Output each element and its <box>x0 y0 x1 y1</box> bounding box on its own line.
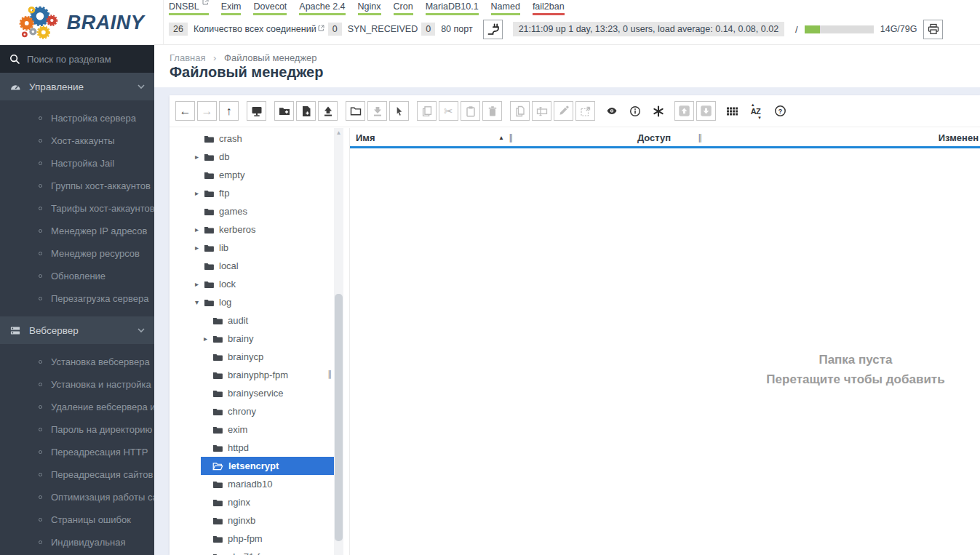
select-pointer-button[interactable] <box>389 101 409 121</box>
tree-item-db[interactable]: ▸db <box>170 148 334 166</box>
forward-button[interactable]: → <box>197 101 217 121</box>
back-button[interactable]: ← <box>175 101 195 121</box>
network-button[interactable] <box>247 101 266 121</box>
sidebar-item[interactable]: Менеджер ресурсов <box>0 242 154 265</box>
sidebar-item[interactable]: Пароль на директорию <box>0 418 154 441</box>
sidebar-item[interactable]: Настройка Jail <box>0 152 154 175</box>
sidebar-item[interactable]: Удаление вебсервера и PHP <box>0 396 154 418</box>
tree-item-kerberos[interactable]: ▸kerberos <box>170 220 334 239</box>
brand-logo[interactable]: BRAINY <box>0 0 164 45</box>
sidebar-item[interactable]: Настройка сервера <box>0 107 154 129</box>
info-button[interactable] <box>626 101 643 121</box>
tree-item-nginx[interactable]: nginx <box>170 493 334 511</box>
search-input[interactable] <box>27 54 136 65</box>
tree-item-brainyservice[interactable]: brainyservice <box>170 384 334 402</box>
column-resize-grip[interactable]: ∥ <box>509 132 513 143</box>
sidebar-section-webserver[interactable]: Вебсервер <box>0 316 154 344</box>
sidebar-item[interactable]: Хост-аккаунты <box>0 129 154 152</box>
connections-plug-button[interactable] <box>483 20 503 39</box>
download-button[interactable] <box>367 101 387 121</box>
tree-expand-arrow-icon[interactable]: ▸ <box>195 225 204 233</box>
sidebar-item[interactable]: Менеджер IP адресов <box>0 220 154 242</box>
grid-view-button[interactable] <box>724 101 741 121</box>
nav-link-fail2ban[interactable]: fail2ban <box>533 1 565 15</box>
sidebar-item[interactable]: Тарифы хост-аккаунтов <box>0 197 154 220</box>
edit-button[interactable] <box>554 101 573 121</box>
sidebar-item[interactable]: Переадресация сайтов <box>0 463 154 486</box>
sidebar-item[interactable]: Переадресация HTTP <box>0 441 154 463</box>
cut-button[interactable]: ✂ <box>439 101 458 121</box>
nav-link-exim[interactable]: Exim <box>221 1 242 15</box>
sidebar-item[interactable]: Обновление <box>0 265 154 287</box>
tree-scrollbar[interactable]: ▲ <box>334 128 343 555</box>
nav-link-nginx[interactable]: Nginx <box>358 1 381 15</box>
sidebar-item[interactable]: Группы хост-аккаунтов <box>0 175 154 197</box>
tree-item-brainyphp-fpm[interactable]: brainyphp-fpm <box>170 366 334 384</box>
sidebar-section-upravlenie[interactable]: Управление <box>0 73 154 100</box>
tree-item-lib[interactable]: ▸lib <box>170 239 334 257</box>
tree-item-local[interactable]: local <box>170 257 334 275</box>
rename-button[interactable] <box>532 101 551 121</box>
nav-link-apache-2-4[interactable]: Apache 2.4 <box>299 1 345 15</box>
copy-button[interactable] <box>417 101 437 121</box>
tree-item-audit[interactable]: audit <box>170 311 334 330</box>
column-header-name[interactable]: Имя <box>356 132 375 143</box>
sidebar-item[interactable]: Страницы ошибок <box>0 508 154 531</box>
scroll-up-arrow-icon[interactable]: ▲ <box>334 128 343 137</box>
column-header-changed[interactable]: Изменен <box>939 132 979 143</box>
column-resize-grip[interactable]: ∥ <box>698 132 702 143</box>
nav-link-mariadb10-1[interactable]: MariaDB10.1 <box>426 1 479 15</box>
nav-link-dovecot[interactable]: Dovecot <box>253 1 287 15</box>
tree-expand-arrow-icon[interactable]: ▸ <box>195 280 204 288</box>
breadcrumb-home[interactable]: Главная <box>170 52 205 63</box>
permissions-button[interactable] <box>650 101 666 121</box>
archive-upload-button[interactable] <box>674 101 694 121</box>
tree-item-letsencrypt[interactable]: letsencrypt <box>170 457 334 475</box>
tree-item-php71-fpm[interactable]: php71-fpm <box>170 548 334 555</box>
tree-item-chrony[interactable]: chrony <box>170 402 334 420</box>
tree-item-crash[interactable]: crash <box>170 129 334 148</box>
tree-item-brainycp[interactable]: brainycp <box>170 348 334 366</box>
tree-item-nginxb[interactable]: nginxb <box>170 511 334 530</box>
nav-link-named[interactable]: Named <box>491 1 520 15</box>
paste-button[interactable] <box>461 101 480 121</box>
tree-expand-arrow-icon[interactable]: ▸ <box>195 189 204 197</box>
new-folder-button[interactable] <box>274 101 294 121</box>
panel-splitter-grip[interactable]: ∥ <box>327 369 332 379</box>
nav-link-dnsbl[interactable]: DNSBL <box>169 1 209 15</box>
tree-item-empty[interactable]: empty <box>170 166 334 184</box>
sort-az-button[interactable]: AZ▲▼ <box>747 101 764 121</box>
sidebar-item[interactable]: Оптимизация работы сайта <box>0 486 154 508</box>
sidebar-item[interactable]: Установка вебсервера <box>0 351 154 373</box>
print-button[interactable] <box>923 20 943 39</box>
sidebar-item[interactable]: Установка и настройка PHP <box>0 373 154 396</box>
tree-item-log[interactable]: ▾log <box>170 293 334 311</box>
tree-item-brainy[interactable]: ▸brainy <box>170 330 334 348</box>
tree-item-lock[interactable]: ▸lock <box>170 275 334 293</box>
open-folder-button[interactable] <box>346 101 365 121</box>
extract-button[interactable] <box>575 101 595 121</box>
scrollbar-thumb[interactable] <box>335 294 343 541</box>
tree-item-exim[interactable]: exim <box>170 420 334 439</box>
upload-button[interactable] <box>318 101 338 121</box>
sidebar-item[interactable]: Индивидуальная <box>0 531 154 554</box>
tree-item-ftp[interactable]: ▸ftp <box>170 184 334 202</box>
tree-item-mariadb10[interactable]: mariadb10 <box>170 475 334 493</box>
nav-link-cron[interactable]: Cron <box>394 1 413 15</box>
help-button[interactable]: ? <box>772 101 789 121</box>
tree-expand-arrow-icon[interactable]: ▾ <box>195 298 204 306</box>
tree-expand-arrow-icon[interactable]: ▸ <box>204 335 212 343</box>
preview-button[interactable] <box>603 101 620 121</box>
sidebar-item[interactable]: Перезагрузка сервера <box>0 287 154 310</box>
delete-button[interactable] <box>482 101 502 121</box>
duplicate-button[interactable] <box>510 101 530 121</box>
archive-download-button[interactable] <box>696 101 716 121</box>
tree-item-httpd[interactable]: httpd <box>170 439 334 457</box>
column-header-access[interactable]: Доступ <box>637 132 671 143</box>
new-file-button[interactable] <box>296 101 316 121</box>
tree-expand-arrow-icon[interactable]: ▸ <box>195 153 204 161</box>
tree-item-php-fpm[interactable]: php-fpm <box>170 530 334 548</box>
stat-badge[interactable]: 26Количество всех соединений <box>169 23 324 36</box>
up-button[interactable]: ↑ <box>219 101 239 121</box>
tree-item-games[interactable]: games <box>170 202 334 220</box>
